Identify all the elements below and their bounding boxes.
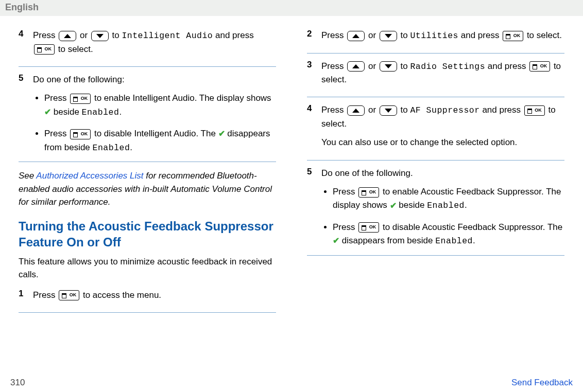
step-5-right: 5 Do one of the following. Press to enab… — [307, 167, 564, 256]
text: beside — [54, 107, 82, 117]
step-number: 2 — [307, 29, 321, 48]
text: . — [465, 200, 467, 210]
step-number: 4 — [307, 103, 321, 154]
step-number: 1 — [19, 289, 33, 307]
menu-item-radio-settings: Radio Settings — [410, 62, 485, 72]
ok-button-icon — [524, 105, 545, 116]
page-number: 310 — [10, 378, 25, 388]
up-arrow-button-icon — [59, 31, 76, 41]
accessories-note: See Authorized Accessories List for reco… — [19, 169, 276, 209]
header-bar: English — [0, 0, 583, 16]
step-body: Press or to AF Suppressor and press to s… — [321, 103, 564, 154]
authorized-accessories-link[interactable]: Authorized Accessories List — [36, 171, 143, 181]
text: to — [112, 30, 122, 40]
text: to disable Acoustic Feedback Suppressor.… — [383, 222, 562, 232]
step-number: 4 — [19, 29, 33, 61]
step-1: 1 Press to access the menu. — [19, 289, 276, 313]
down-arrow-button-icon — [91, 31, 109, 41]
ok-button-icon — [59, 290, 79, 300]
ok-button-icon — [358, 222, 379, 233]
step-4-right: 4 Press or to AF Suppressor and press to… — [307, 103, 564, 160]
down-arrow-button-icon — [380, 31, 397, 41]
text: and press — [461, 30, 502, 40]
header-language: English — [5, 2, 39, 12]
text: to — [401, 61, 410, 71]
text: Press — [321, 30, 346, 40]
menu-item-af-suppressor: AF Suppressor — [410, 105, 479, 115]
text: disappears from beside — [342, 236, 435, 245]
text: to access the menu. — [83, 290, 161, 300]
left-column: 4 Press or to Intelligent Audio and pres… — [8, 29, 292, 319]
step-body: Do one of the following: Press to enable… — [33, 73, 276, 156]
text: or — [80, 30, 90, 40]
step-intro: Do one of the following. — [321, 167, 564, 180]
footer: 310 Send Feedback — [0, 378, 583, 388]
text: to select. — [58, 44, 93, 54]
ok-button-icon — [358, 187, 379, 198]
down-arrow-button-icon — [380, 105, 397, 116]
checkmark-icon: ✔ — [218, 128, 225, 140]
down-arrow-button-icon — [380, 61, 397, 72]
step-5-left: 5 Do one of the following: Press to enab… — [19, 73, 276, 162]
step-body: Press or to Intelligent Audio and press … — [33, 29, 276, 61]
step-note: You can also use or to change the select… — [321, 136, 564, 149]
text: Press — [333, 187, 357, 197]
enabled-label: Enabled — [427, 201, 465, 210]
list-item: Press to disable Intelligent Audio. The … — [44, 127, 276, 154]
enabled-label: Enabled — [82, 108, 119, 117]
content-area: 4 Press or to Intelligent Audio and pres… — [0, 16, 583, 319]
text: . — [130, 142, 132, 152]
list-item: Press to enable Acoustic Feedback Suppre… — [333, 185, 564, 212]
menu-item-intelligent-audio: Intelligent Audio — [122, 31, 213, 41]
text: or — [368, 30, 379, 40]
step-3: 3 Press or to Radio Settings and press t… — [307, 60, 564, 98]
section-intro: This feature allows you to minimize acou… — [19, 255, 276, 281]
text: and press — [488, 61, 528, 71]
bullet-list: Press to enable Intelligent Audio. The d… — [33, 92, 276, 154]
list-item: Press to enable Intelligent Audio. The d… — [44, 92, 276, 119]
checkmark-icon: ✔ — [333, 235, 339, 247]
ok-button-icon — [70, 129, 91, 139]
text: or — [368, 61, 379, 71]
text: beside — [399, 200, 427, 210]
checkmark-icon: ✔ — [44, 106, 51, 119]
up-arrow-button-icon — [347, 61, 365, 72]
text: Press — [44, 129, 69, 138]
text: Press — [33, 30, 58, 40]
step-2: 2 Press or to Utilities and press to sel… — [307, 29, 564, 54]
text: Press — [321, 105, 346, 115]
text: to select. — [527, 30, 562, 40]
text: to — [401, 30, 410, 40]
bullet-list: Press to enable Acoustic Feedback Suppre… — [321, 185, 564, 248]
enabled-label: Enabled — [93, 143, 130, 153]
up-arrow-button-icon — [347, 105, 365, 116]
enabled-label: Enabled — [435, 236, 473, 246]
section-heading: Turning the Acoustic Feedback Suppressor… — [19, 218, 276, 250]
step-intro: Do one of the following: — [33, 73, 276, 86]
list-item: Press to disable Acoustic Feedback Suppr… — [333, 221, 564, 248]
checkmark-icon: ✔ — [390, 200, 397, 212]
text: See — [19, 171, 36, 181]
step-body: Do one of the following. Press to enable… — [321, 167, 564, 250]
text: or — [368, 105, 379, 115]
step-number: 3 — [307, 60, 321, 92]
text: Press — [44, 93, 69, 103]
send-feedback-link[interactable]: Send Feedback — [511, 378, 573, 388]
step-number: 5 — [19, 73, 33, 156]
text: to — [401, 105, 410, 115]
text: and press — [215, 30, 254, 40]
step-body: Press to access the menu. — [33, 289, 276, 307]
text: . — [119, 107, 122, 117]
right-column: 2 Press or to Utilities and press to sel… — [292, 29, 575, 319]
ok-button-icon — [503, 31, 523, 41]
text: . — [473, 236, 475, 245]
text: Press — [33, 290, 58, 300]
text: and press — [482, 105, 523, 115]
text: to enable Intelligent Audio. The display… — [94, 93, 271, 103]
text: Press — [321, 61, 346, 71]
step-body: Press or to Utilities and press to selec… — [321, 29, 564, 48]
ok-button-icon — [529, 61, 550, 72]
step-4-left: 4 Press or to Intelligent Audio and pres… — [19, 29, 276, 67]
ok-button-icon — [34, 44, 55, 55]
menu-item-utilities: Utilities — [410, 31, 458, 41]
